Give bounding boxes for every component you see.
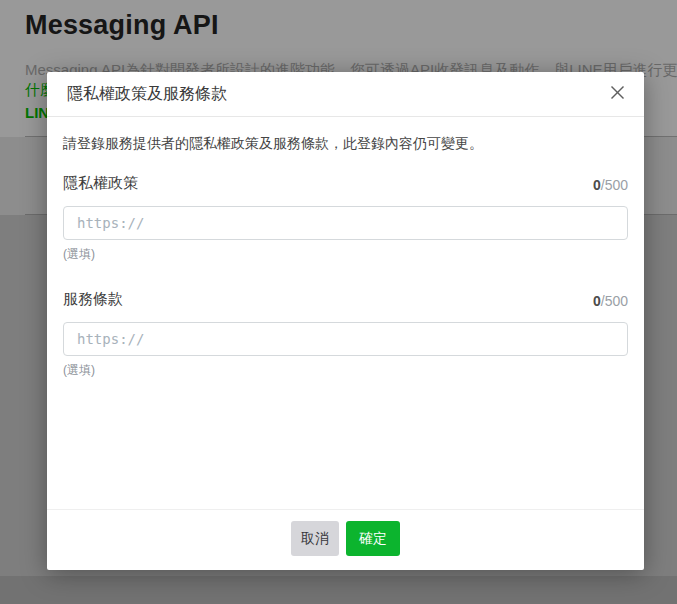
modal-header: 隱私權政策及服務條款: [47, 72, 644, 117]
privacy-policy-optional-hint: (選填): [63, 246, 628, 263]
modal-footer: 取消 確定: [47, 509, 644, 570]
cancel-button[interactable]: 取消: [291, 521, 339, 556]
privacy-policy-char-counter: 0/500: [593, 177, 628, 193]
close-icon: [610, 85, 625, 103]
privacy-policy-field-header: 隱私權政策 0/500: [63, 174, 628, 193]
privacy-policy-url-input[interactable]: [63, 206, 628, 240]
terms-of-service-char-counter: 0/500: [593, 293, 628, 309]
close-button[interactable]: [602, 79, 632, 109]
terms-of-service-url-input[interactable]: [63, 322, 628, 356]
modal-title: 隱私權政策及服務條款: [67, 84, 227, 105]
confirm-button[interactable]: 確定: [346, 521, 400, 556]
char-max: /500: [601, 177, 628, 193]
terms-of-service-label: 服務條款: [63, 290, 123, 309]
terms-of-service-optional-hint: (選填): [63, 362, 628, 379]
privacy-policy-label: 隱私權政策: [63, 174, 138, 193]
terms-of-service-field-header: 服務條款 0/500: [63, 290, 628, 309]
modal-body: 請登錄服務提供者的隱私權政策及服務條款，此登錄內容仍可變更。 隱私權政策 0/5…: [47, 117, 644, 509]
char-count: 0: [593, 177, 601, 193]
char-max: /500: [601, 293, 628, 309]
privacy-terms-modal: 隱私權政策及服務條款 請登錄服務提供者的隱私權政策及服務條款，此登錄內容仍可變更…: [47, 72, 644, 570]
char-count: 0: [593, 293, 601, 309]
modal-intro-text: 請登錄服務提供者的隱私權政策及服務條款，此登錄內容仍可變更。: [63, 135, 628, 153]
